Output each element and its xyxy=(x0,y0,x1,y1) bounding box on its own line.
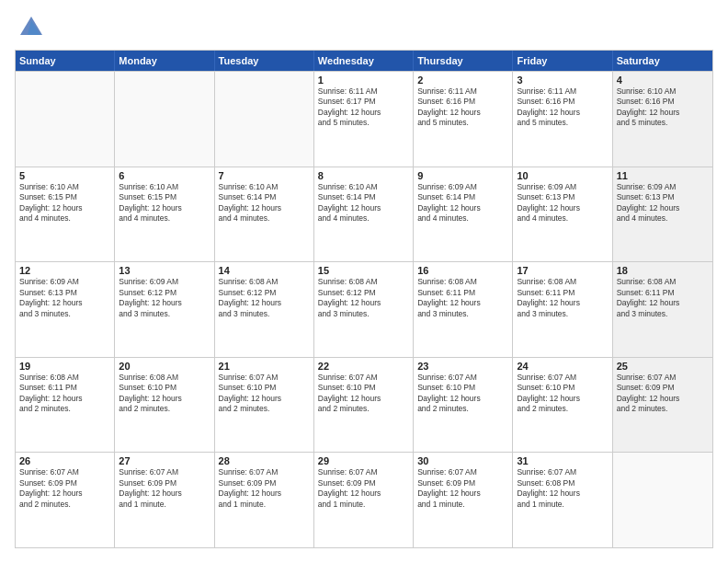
day-detail: Sunrise: 6:07 AM Sunset: 6:10 PM Dayligh… xyxy=(417,373,508,415)
calendar-row-3: 19Sunrise: 6:08 AM Sunset: 6:11 PM Dayli… xyxy=(16,357,712,453)
calendar-cell: 4Sunrise: 6:10 AM Sunset: 6:16 PM Daylig… xyxy=(613,72,712,167)
day-number: 20 xyxy=(119,361,210,372)
calendar-cell: 18Sunrise: 6:08 AM Sunset: 6:11 PM Dayli… xyxy=(613,262,712,357)
day-number: 4 xyxy=(617,75,709,86)
day-detail: Sunrise: 6:08 AM Sunset: 6:11 PM Dayligh… xyxy=(517,277,608,319)
day-detail: Sunrise: 6:08 AM Sunset: 6:12 PM Dayligh… xyxy=(219,277,310,319)
day-number: 13 xyxy=(119,265,210,276)
day-detail: Sunrise: 6:07 AM Sunset: 6:09 PM Dayligh… xyxy=(318,467,409,510)
calendar-cell: 15Sunrise: 6:08 AM Sunset: 6:12 PM Dayli… xyxy=(314,262,414,357)
calendar-cell: 31Sunrise: 6:07 AM Sunset: 6:08 PM Dayli… xyxy=(513,453,612,547)
day-detail: Sunrise: 6:07 AM Sunset: 6:08 PM Dayligh… xyxy=(517,467,608,510)
day-number: 6 xyxy=(119,170,210,181)
day-number: 2 xyxy=(417,75,508,86)
calendar-cell: 11Sunrise: 6:09 AM Sunset: 6:13 PM Dayli… xyxy=(613,167,712,262)
day-number: 24 xyxy=(517,361,608,372)
day-detail: Sunrise: 6:10 AM Sunset: 6:15 PM Dayligh… xyxy=(119,182,210,224)
calendar-cell: 20Sunrise: 6:08 AM Sunset: 6:10 PM Dayli… xyxy=(115,358,214,453)
day-number: 19 xyxy=(19,361,110,372)
day-number: 11 xyxy=(617,170,709,181)
day-number: 12 xyxy=(19,265,110,276)
calendar-cell: 21Sunrise: 6:07 AM Sunset: 6:10 PM Dayli… xyxy=(215,358,314,453)
day-header-tuesday: Tuesday xyxy=(215,51,314,71)
calendar-cell: 17Sunrise: 6:08 AM Sunset: 6:11 PM Dayli… xyxy=(513,262,612,357)
day-header-wednesday: Wednesday xyxy=(314,51,414,71)
calendar-cell: 16Sunrise: 6:08 AM Sunset: 6:11 PM Dayli… xyxy=(414,262,513,357)
calendar-header: SundayMondayTuesdayWednesdayThursdayFrid… xyxy=(16,51,712,71)
day-header-thursday: Thursday xyxy=(414,51,513,71)
day-number: 27 xyxy=(119,455,210,466)
calendar-cell: 8Sunrise: 6:10 AM Sunset: 6:14 PM Daylig… xyxy=(314,167,414,262)
day-detail: Sunrise: 6:10 AM Sunset: 6:16 PM Dayligh… xyxy=(617,86,709,129)
day-detail: Sunrise: 6:08 AM Sunset: 6:10 PM Dayligh… xyxy=(119,373,210,415)
day-number: 10 xyxy=(517,170,608,181)
day-header-friday: Friday xyxy=(513,51,612,71)
day-number: 9 xyxy=(417,170,508,181)
day-number: 18 xyxy=(617,265,709,276)
day-number: 15 xyxy=(318,265,409,276)
day-number: 5 xyxy=(19,170,110,181)
calendar-cell: 1Sunrise: 6:11 AM Sunset: 6:17 PM Daylig… xyxy=(314,72,414,167)
day-number: 25 xyxy=(617,361,709,372)
day-detail: Sunrise: 6:09 AM Sunset: 6:14 PM Dayligh… xyxy=(417,182,508,224)
day-header-sunday: Sunday xyxy=(16,51,115,71)
day-detail: Sunrise: 6:11 AM Sunset: 6:16 PM Dayligh… xyxy=(517,86,608,129)
day-number: 8 xyxy=(318,170,409,181)
day-detail: Sunrise: 6:08 AM Sunset: 6:11 PM Dayligh… xyxy=(417,277,508,319)
calendar-cell: 29Sunrise: 6:07 AM Sunset: 6:09 PM Dayli… xyxy=(314,453,414,547)
logo-icon xyxy=(18,15,44,40)
calendar-cell xyxy=(215,72,314,167)
calendar-row-1: 5Sunrise: 6:10 AM Sunset: 6:15 PM Daylig… xyxy=(16,167,712,262)
logo xyxy=(15,15,44,40)
day-detail: Sunrise: 6:11 AM Sunset: 6:16 PM Dayligh… xyxy=(417,86,508,129)
day-detail: Sunrise: 6:08 AM Sunset: 6:11 PM Dayligh… xyxy=(19,373,110,415)
day-number: 1 xyxy=(318,75,409,86)
calendar-cell: 24Sunrise: 6:07 AM Sunset: 6:10 PM Dayli… xyxy=(513,358,612,453)
calendar-cell: 3Sunrise: 6:11 AM Sunset: 6:16 PM Daylig… xyxy=(513,72,612,167)
calendar-cell: 22Sunrise: 6:07 AM Sunset: 6:10 PM Dayli… xyxy=(314,358,414,453)
calendar-cell xyxy=(16,72,115,167)
day-detail: Sunrise: 6:07 AM Sunset: 6:10 PM Dayligh… xyxy=(219,373,310,415)
calendar-cell: 19Sunrise: 6:08 AM Sunset: 6:11 PM Dayli… xyxy=(16,358,115,453)
calendar: SundayMondayTuesdayWednesdayThursdayFrid… xyxy=(15,50,713,548)
day-number: 28 xyxy=(219,455,310,466)
day-detail: Sunrise: 6:07 AM Sunset: 6:10 PM Dayligh… xyxy=(318,373,409,415)
day-detail: Sunrise: 6:10 AM Sunset: 6:14 PM Dayligh… xyxy=(219,182,310,224)
calendar-cell: 6Sunrise: 6:10 AM Sunset: 6:15 PM Daylig… xyxy=(115,167,214,262)
day-header-monday: Monday xyxy=(115,51,214,71)
day-number: 29 xyxy=(318,455,409,466)
day-detail: Sunrise: 6:10 AM Sunset: 6:14 PM Dayligh… xyxy=(318,182,409,224)
day-detail: Sunrise: 6:09 AM Sunset: 6:12 PM Dayligh… xyxy=(119,277,210,319)
calendar-row-4: 26Sunrise: 6:07 AM Sunset: 6:09 PM Dayli… xyxy=(16,452,712,547)
calendar-cell xyxy=(115,72,214,167)
page: SundayMondayTuesdayWednesdayThursdayFrid… xyxy=(0,0,728,563)
calendar-cell: 28Sunrise: 6:07 AM Sunset: 6:09 PM Dayli… xyxy=(215,453,314,547)
day-number: 26 xyxy=(19,455,110,466)
day-detail: Sunrise: 6:07 AM Sunset: 6:09 PM Dayligh… xyxy=(19,467,110,510)
calendar-cell: 30Sunrise: 6:07 AM Sunset: 6:09 PM Dayli… xyxy=(414,453,513,547)
day-number: 21 xyxy=(219,361,310,372)
calendar-cell: 12Sunrise: 6:09 AM Sunset: 6:13 PM Dayli… xyxy=(16,262,115,357)
day-number: 31 xyxy=(517,455,608,466)
day-number: 30 xyxy=(417,455,508,466)
day-detail: Sunrise: 6:07 AM Sunset: 6:10 PM Dayligh… xyxy=(517,373,608,415)
day-detail: Sunrise: 6:08 AM Sunset: 6:11 PM Dayligh… xyxy=(617,277,709,319)
day-number: 7 xyxy=(219,170,310,181)
calendar-cell: 7Sunrise: 6:10 AM Sunset: 6:14 PM Daylig… xyxy=(215,167,314,262)
calendar-row-0: 1Sunrise: 6:11 AM Sunset: 6:17 PM Daylig… xyxy=(16,71,712,167)
day-detail: Sunrise: 6:11 AM Sunset: 6:17 PM Dayligh… xyxy=(318,86,409,129)
day-number: 17 xyxy=(517,265,608,276)
day-detail: Sunrise: 6:07 AM Sunset: 6:09 PM Dayligh… xyxy=(617,373,709,415)
calendar-cell: 27Sunrise: 6:07 AM Sunset: 6:09 PM Dayli… xyxy=(115,453,214,547)
calendar-cell: 9Sunrise: 6:09 AM Sunset: 6:14 PM Daylig… xyxy=(414,167,513,262)
day-detail: Sunrise: 6:07 AM Sunset: 6:09 PM Dayligh… xyxy=(119,467,210,510)
header xyxy=(15,15,713,40)
calendar-cell xyxy=(613,453,712,547)
day-number: 14 xyxy=(219,265,310,276)
day-number: 16 xyxy=(417,265,508,276)
calendar-cell: 14Sunrise: 6:08 AM Sunset: 6:12 PM Dayli… xyxy=(215,262,314,357)
day-number: 23 xyxy=(417,361,508,372)
calendar-cell: 23Sunrise: 6:07 AM Sunset: 6:10 PM Dayli… xyxy=(414,358,513,453)
day-detail: Sunrise: 6:08 AM Sunset: 6:12 PM Dayligh… xyxy=(318,277,409,319)
day-detail: Sunrise: 6:10 AM Sunset: 6:15 PM Dayligh… xyxy=(19,182,110,224)
